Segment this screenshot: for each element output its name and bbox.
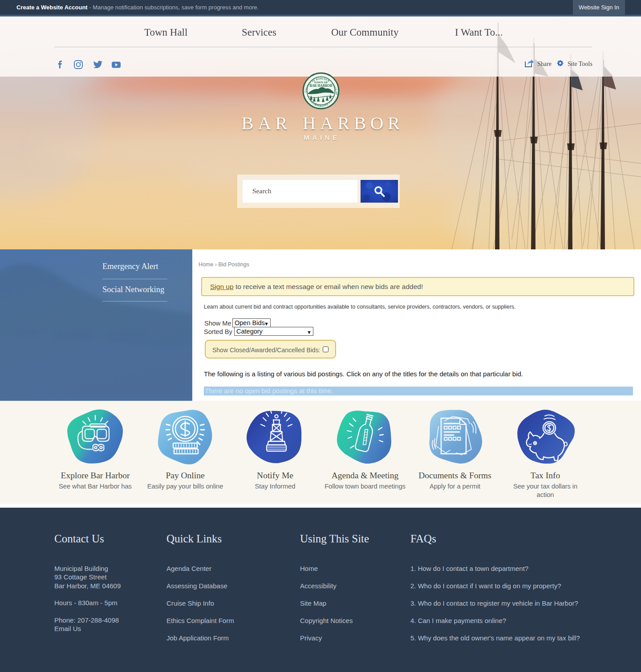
svg-text:TOWN OF: TOWN OF [314,81,328,84]
svg-text:BAR HARBOR: BAR HARBOR [310,84,333,88]
